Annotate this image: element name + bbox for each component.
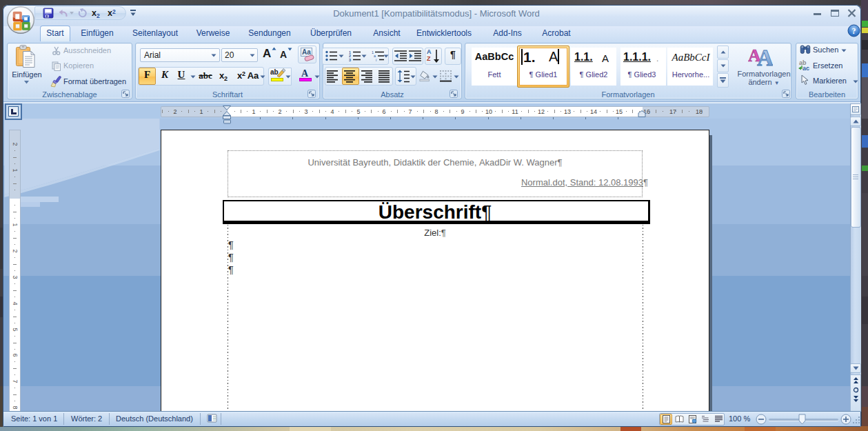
svg-text:3: 3 [349, 58, 351, 62]
svg-text:i: i [376, 58, 376, 62]
svg-text:A: A [757, 46, 773, 67]
svg-text:?: ? [852, 26, 856, 36]
